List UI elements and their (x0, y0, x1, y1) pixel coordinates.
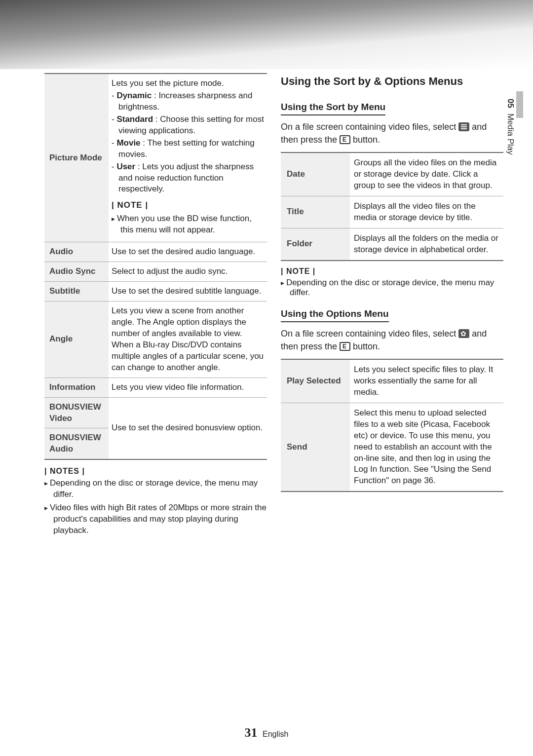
row-label-picture-mode: Picture Mode (44, 74, 109, 242)
note-text: When you use the BD wise function, this … (112, 213, 264, 236)
sort-row-desc: Displays all the video files on the medi… (350, 196, 503, 228)
sort-row-label: Title (281, 196, 350, 228)
sort-row-label: Date (281, 152, 350, 196)
notes-item: Depending on the disc or storage device,… (44, 478, 267, 500)
page-language: English (263, 730, 288, 738)
sort-row-label: Folder (281, 228, 350, 260)
row-desc: Lets you view a scene from another angle… (109, 302, 267, 378)
list-icon (458, 122, 469, 131)
note-text: Depending on the disc or storage device,… (281, 278, 503, 298)
row-desc-picture-mode: Lets you set the picture mode. Dynamic :… (109, 74, 267, 242)
notes-item: Video files with high Bit rates of 20Mbp… (44, 502, 267, 536)
picture-mode-item: Movie : The best setting for watching mo… (112, 138, 264, 160)
settings-table: Picture Mode Lets you set the picture mo… (44, 73, 267, 460)
options-table: Play Selected Lets you select specific f… (281, 359, 503, 492)
sort-row-desc: Displays all the folders on the media or… (350, 228, 503, 260)
chapter-number: 05 (506, 99, 515, 108)
row-label-bonusview-audio: BONUSVIEW Audio (44, 428, 109, 459)
right-column: Using the Sort by & Options Menus Using … (281, 73, 503, 538)
sort-intro: On a file screen containing video files,… (281, 120, 503, 146)
options-row-desc: Lets you select specific files to play. … (350, 359, 503, 403)
sort-row-desc: Groups all the video files on the media … (350, 152, 503, 196)
row-label: Information (44, 378, 109, 397)
picture-mode-item: User : Lets you adjust the sharpness and… (112, 161, 264, 195)
chapter-tab: 05 Media Play (505, 99, 515, 155)
picture-mode-list: Dynamic : Increases sharpness and bright… (112, 90, 264, 195)
gear-icon (458, 329, 469, 338)
options-row-label: Play Selected (281, 359, 350, 403)
subsection-heading-options: Using the Options Menu (281, 308, 389, 322)
row-label: Angle (44, 302, 109, 378)
section-heading: Using the Sort by & Options Menus (281, 75, 503, 88)
row-label-bonusview-video: BONUSVIEW Video (44, 397, 109, 428)
enter-icon (340, 135, 350, 144)
row-label: Audio (44, 242, 109, 262)
enter-icon (340, 342, 350, 351)
header-gradient (0, 0, 533, 69)
picture-mode-item: Dynamic : Increases sharpness and bright… (112, 90, 264, 113)
notes-block: | NOTES | Depending on the disc or stora… (44, 467, 267, 536)
note-label: | NOTE | (281, 267, 503, 276)
picture-mode-intro: Lets you set the picture mode. (112, 78, 264, 89)
row-desc-bonusview: Use to set the desired bonusview option. (109, 397, 267, 459)
options-intro: On a file screen containing video files,… (281, 327, 503, 353)
note-label: | NOTE | (112, 200, 264, 211)
page-footer: 31 English (0, 725, 533, 740)
picture-mode-item: Standard : Choose this setting for most … (112, 114, 264, 137)
chapter-title: Media Play (506, 113, 515, 155)
row-desc: Use to set the desired audio language. (109, 242, 267, 262)
page-number: 31 (245, 725, 258, 740)
options-row-desc: Select this menu to upload selected file… (350, 403, 503, 491)
chapter-tab-bar (516, 91, 523, 118)
page-columns: Picture Mode Lets you set the picture mo… (0, 69, 533, 538)
subsection-heading-sort: Using the Sort by Menu (281, 102, 385, 115)
notes-label: | NOTES | (44, 467, 267, 476)
row-desc: Use to set the desired subtitle language… (109, 282, 267, 302)
row-label: Subtitle (44, 282, 109, 302)
left-column: Picture Mode Lets you set the picture mo… (44, 73, 267, 538)
row-label: Audio Sync (44, 262, 109, 282)
sort-table: Date Groups all the video files on the m… (281, 152, 503, 261)
row-desc: Select to adjust the audio sync. (109, 262, 267, 282)
row-desc: Lets you view video file information. (109, 378, 267, 397)
options-row-label: Send (281, 403, 350, 491)
